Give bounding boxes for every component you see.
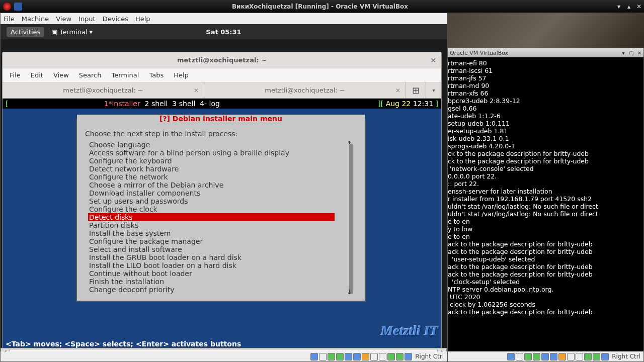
usb-icon[interactable] [533,353,540,360]
menu-item[interactable]: Change debconf priority [88,286,359,294]
vm-menubar: File Machine View Input Devices Help [1,13,447,24]
menu-item[interactable]: Install the LILO boot loader on a hard d… [88,261,359,269]
network-icon[interactable] [524,353,532,360]
vm-window-main: File Machine View Input Devices Help Act… [0,13,447,362]
menu-item[interactable]: Set up users and passwords [88,197,359,205]
tmenu-terminal[interactable]: Terminal [111,71,139,79]
topbar-clock[interactable]: Sat 05:31 [206,28,241,36]
menu-view[interactable]: View [56,15,71,23]
log-line: 'network-console' selected [448,165,643,172]
os-logo-icon[interactable] [3,3,11,11]
close-icon[interactable]: ✕ [194,87,199,94]
menu-input[interactable]: Input [78,15,96,23]
dialog-scrollbar[interactable] [349,144,353,294]
menu-help[interactable]: Help [135,15,150,23]
disk-icon[interactable] [507,353,515,360]
topbar-app[interactable]: ▣ Terminal ▾ [51,28,93,36]
terminal-tab-2[interactable]: metztli@xochiquetzal: ~✕ [204,82,406,98]
log-line: clock by 1.062256 seconds [448,301,643,308]
optical-icon[interactable] [328,353,335,360]
log-line: enssh-server for later installation [448,188,643,195]
floppy-icon[interactable] [336,353,344,360]
recording-icon[interactable] [379,353,386,360]
guest-additions-icon[interactable] [405,353,412,360]
cd-icon[interactable] [516,353,523,360]
vm2-console[interactable]: rtman-efi 80rtman-iscsi 61rtman-jfs 57rt… [448,57,643,351]
menu-item[interactable]: Configure the clock [88,205,359,213]
recording-icon[interactable] [558,353,566,360]
scroll-down-icon: ↓ [347,288,352,296]
network-icon[interactable] [345,353,352,360]
log-line: ack to the package description for brltt… [448,308,643,316]
log-line: uldn't stat /var/log/lastlog: No such fi… [448,203,643,210]
dialog-menu[interactable]: ↑ ↓ Choose languageAccess software for a… [77,140,365,301]
menu-item[interactable]: Detect disks [88,213,335,221]
log-line: ack to the package description for brltt… [448,240,643,248]
terminal-window: metztli@xochiquetzal: ~ ✕ File Edit View… [2,52,442,348]
terminal-menubar: File Edit View Search Terminal Tabs Help [3,68,441,82]
disk-icon[interactable] [310,353,318,360]
menu-item[interactable]: Install the base system [88,229,359,237]
log-line: rtman-xfs 66 [448,89,643,97]
menu-item[interactable]: Continue without boot loader [88,269,359,278]
close-icon[interactable]: ✕ [395,87,400,94]
host-key-icon[interactable] [593,353,600,360]
tmenu-search[interactable]: Search [79,71,102,79]
menu-file[interactable]: File [4,15,15,23]
minimize-icon[interactable]: ▾ [619,50,627,56]
menu-item[interactable]: Configure the keyboard [88,157,359,165]
new-tab-button[interactable]: ⊞ [406,82,426,98]
tmenu-edit[interactable]: Edit [31,71,43,79]
menu-item[interactable]: Choose a mirror of the Debian archive [88,181,359,189]
terminal-titlebar[interactable]: metztli@xochiquetzal: ~ ✕ [3,52,441,68]
log-line: ck to the package description for brltty… [448,150,643,157]
display-icon[interactable] [370,353,378,360]
minimize-icon[interactable]: ▾ [614,3,624,10]
menu-item[interactable]: Install the GRUB boot loader on a hard d… [88,253,359,261]
status-bracket: [ [6,100,8,108]
tmenu-view[interactable]: View [53,71,69,79]
cd-icon[interactable] [319,353,327,360]
menu-item[interactable]: Download installer components [88,189,359,197]
vm2-titlebar[interactable]: Oracle VM VirtualBox ▾ ▢ ✕ [448,48,643,57]
menu-item[interactable]: Detect network hardware [88,165,359,173]
host-key-label: Right Ctrl [612,353,640,360]
shared-folder-icon[interactable] [362,353,369,360]
display-icon[interactable] [550,353,557,360]
capture-icon[interactable] [601,353,609,360]
menu-devices[interactable]: Devices [103,15,128,23]
log-line: 'clock-setup' selected [448,278,643,286]
log-line: UTC 2020 [448,293,643,301]
tmenu-tabs[interactable]: Tabs [149,71,164,79]
close-icon[interactable]: ✕ [635,50,643,56]
close-icon[interactable]: ✕ [634,3,644,10]
mouse-icon[interactable] [567,353,575,360]
menu-item[interactable]: Finish the installation [88,278,359,286]
status-bracket: ] [433,100,438,108]
menu-item[interactable]: Choose language [88,141,359,149]
terminal-tab-1[interactable]: metztli@xochiquetzal: ~✕ [3,82,204,98]
mouse-icon[interactable] [387,353,395,360]
close-icon[interactable]: ✕ [430,56,436,64]
menu-item[interactable]: Select and install software [88,245,359,253]
usb-icon[interactable] [353,353,361,360]
menu-item[interactable]: Access software for a blind person using… [88,149,359,157]
menu-item[interactable]: Partition disks [88,221,359,229]
maximize-icon[interactable]: ▴ [624,3,634,10]
keyboard-icon[interactable] [396,353,404,360]
keyboard-icon[interactable] [584,353,592,360]
maximize-icon[interactable]: ▢ [627,50,635,56]
tab-menu-button[interactable]: ▾ [426,82,441,98]
terminal-body[interactable]: [ 1*installer 2 shell 3 shell 4- log ][ … [3,99,441,349]
menu-machine[interactable]: Machine [22,15,49,23]
menu-item[interactable]: Configure the network [88,173,359,181]
log-line: 0.0.0.0 port 22. [448,172,643,180]
virtualbox-icon[interactable] [14,3,22,11]
guest-additions-icon[interactable] [576,353,583,360]
tmenu-file[interactable]: File [10,71,21,79]
shared-folder-icon[interactable] [541,353,549,360]
vm2-statusbar: Right Ctrl [448,351,643,361]
tmenu-help[interactable]: Help [174,71,189,79]
activities-button[interactable]: Activities [7,27,44,37]
menu-item[interactable]: Configure the package manager [88,237,359,245]
